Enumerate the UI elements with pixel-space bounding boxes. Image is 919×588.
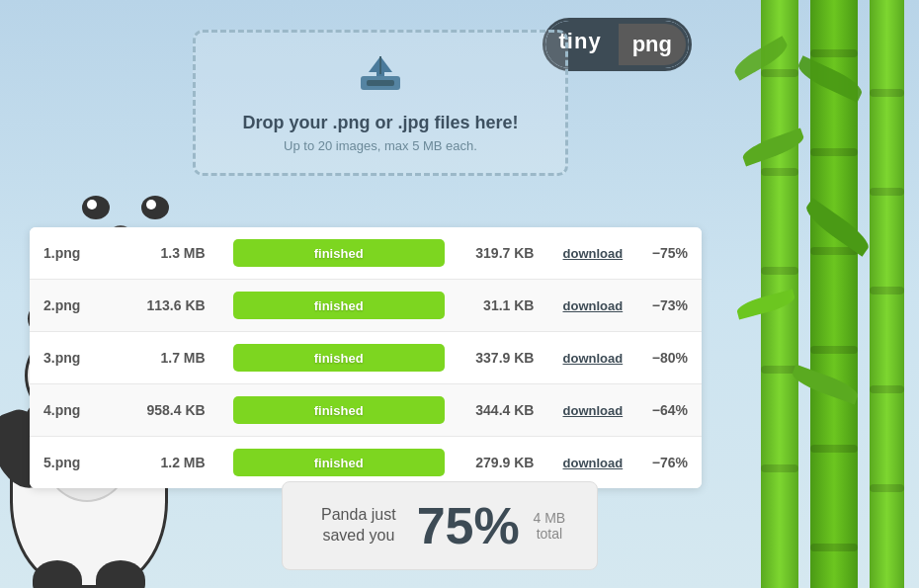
table-row: 2.png 113.6 KB finished 31.1 KB download…: [30, 280, 702, 332]
file-table: 1.png 1.3 MB finished 319.7 KB download …: [30, 227, 702, 488]
file-name: 4.png: [30, 384, 120, 437]
file-name: 5.png: [30, 437, 120, 489]
file-progress-cell: finished: [219, 227, 459, 280]
file-download-cell[interactable]: download: [547, 332, 637, 384]
file-download-cell[interactable]: download: [547, 384, 637, 437]
file-savings: −73%: [637, 280, 702, 332]
file-name: 1.png: [30, 227, 120, 280]
file-compressed-size: 344.4 KB: [459, 384, 548, 437]
file-name: 2.png: [30, 280, 120, 332]
file-savings: −64%: [637, 384, 702, 437]
file-progress-cell: finished: [219, 332, 459, 384]
svg-rect-1: [367, 80, 394, 86]
table-row: 1.png 1.3 MB finished 319.7 KB download …: [30, 227, 702, 280]
download-link[interactable]: download: [563, 456, 624, 470]
file-original-size: 1.7 MB: [120, 332, 219, 384]
file-compressed-size: 31.1 KB: [459, 280, 548, 332]
summary-total: 4 MB total: [530, 510, 569, 542]
file-compressed-size: 337.9 KB: [459, 332, 548, 384]
file-table-wrapper: 1.png 1.3 MB finished 319.7 KB download …: [30, 227, 702, 488]
file-download-cell[interactable]: download: [547, 227, 637, 280]
file-savings: −76%: [637, 437, 702, 489]
progress-bar: finished: [233, 239, 445, 267]
download-link[interactable]: download: [563, 298, 624, 313]
summary-percent: 75%: [417, 500, 520, 551]
file-download-cell[interactable]: download: [547, 280, 637, 332]
file-progress-cell: finished: [219, 280, 459, 332]
file-original-size: 1.3 MB: [120, 227, 219, 280]
file-savings: −75%: [637, 227, 702, 280]
panda-eye-right: [141, 196, 169, 219]
table-row: 4.png 958.4 KB finished 344.4 KB downloa…: [30, 384, 702, 437]
progress-bar: finished: [233, 396, 445, 424]
summary-box: Panda just saved you 75% 4 MB total: [282, 481, 598, 570]
dropzone[interactable]: Drop your .png or .jpg files here! Up to…: [193, 30, 568, 176]
progress-bar: finished: [233, 344, 445, 372]
file-original-size: 113.6 KB: [120, 280, 219, 332]
drop-subtitle: Up to 20 images, max 5 MB each.: [225, 138, 536, 153]
panda-eye-left: [82, 196, 110, 219]
download-link[interactable]: download: [563, 351, 624, 366]
summary-label: Panda just saved you: [310, 505, 407, 546]
file-name: 3.png: [30, 332, 120, 384]
upload-icon: [225, 54, 536, 103]
file-savings: −80%: [637, 332, 702, 384]
bamboo-decoration: [702, 0, 919, 588]
logo-png-text: png: [616, 21, 689, 68]
table-row: 3.png 1.7 MB finished 337.9 KB download …: [30, 332, 702, 384]
file-compressed-size: 319.7 KB: [459, 227, 548, 280]
progress-bar: finished: [233, 292, 445, 319]
progress-bar: finished: [233, 449, 445, 476]
file-original-size: 958.4 KB: [120, 384, 219, 437]
file-progress-cell: finished: [219, 384, 459, 437]
file-original-size: 1.2 MB: [120, 437, 219, 489]
download-link[interactable]: download: [563, 403, 624, 418]
drop-title: Drop your .png or .jpg files here!: [225, 113, 536, 133]
download-link[interactable]: download: [563, 246, 624, 261]
